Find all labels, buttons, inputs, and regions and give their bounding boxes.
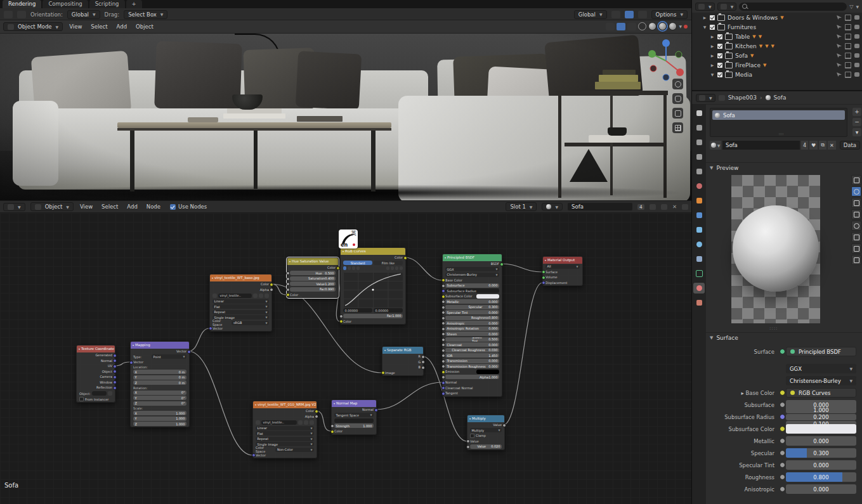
node-row-out-r[interactable]: R xyxy=(382,354,423,359)
value-field[interactable]: 0.200 xyxy=(786,414,856,420)
xray-toggle-icon[interactable] xyxy=(627,23,636,30)
node-row-select[interactable]: GGX▼ xyxy=(443,267,502,273)
input-socket[interactable] xyxy=(441,370,445,374)
outliner-item-table[interactable]: ▶Table▼▼ xyxy=(692,32,862,41)
node-row-slider-transmission[interactable]: Transmission0.000 xyxy=(443,358,502,364)
node-row-out-b[interactable]: B xyxy=(382,365,423,370)
node-row-select[interactable]: Linear▼ xyxy=(253,425,317,431)
pin-icon[interactable] xyxy=(682,204,688,210)
output-socket[interactable] xyxy=(336,266,340,270)
node-row-slider-fac[interactable]: Fac1.000 xyxy=(341,313,405,319)
node-row-xy[interactable]: 0.000000.00000 xyxy=(341,308,405,314)
node-header-mapping[interactable]: ▾Mapping xyxy=(131,342,189,349)
input-socket[interactable] xyxy=(441,349,445,352)
node-row-out-reflection[interactable]: Reflection xyxy=(77,385,115,391)
output-socket[interactable] xyxy=(500,262,504,266)
node-row-out-vector[interactable]: Vector xyxy=(131,349,189,354)
workspace-tab-+[interactable]: + xyxy=(126,0,142,8)
material-user-count[interactable]: 4 xyxy=(637,204,644,210)
move-tool-icon[interactable] xyxy=(17,11,26,18)
workspace-tab-compositing[interactable]: Compositing xyxy=(42,0,88,8)
node-rgb-curves[interactable]: ▾RGB CurvesColorStandardFilm like0.00000… xyxy=(340,247,406,325)
node-row-objfield-object-[interactable]: Object: xyxy=(77,391,115,397)
preview-type-world-button[interactable] xyxy=(851,255,861,265)
node-row-imagefield[interactable]: vinyl_textile.. xyxy=(253,419,317,425)
output-socket[interactable] xyxy=(113,365,117,368)
output-socket[interactable] xyxy=(113,359,117,363)
node-math-multiply[interactable]: ▾MultiplyValueMultiply▼ClampValueValue0.… xyxy=(467,415,505,450)
node-image-texture-nrm[interactable]: ▾vinyl_textile_WT_010_NRM.jpg V2ColorAlp… xyxy=(252,401,317,458)
add-slot-button[interactable]: + xyxy=(852,108,861,116)
node-header-math-multiply[interactable]: ▾Multiply xyxy=(467,415,504,422)
input-socket[interactable] xyxy=(441,392,445,396)
node-texture-coordinate[interactable]: ▾Texture CoordinateGeneratedNormalUVObje… xyxy=(76,345,115,403)
drag-select[interactable]: Select Box▼ xyxy=(124,10,167,19)
node-row-in-vector[interactable]: Vector xyxy=(253,453,317,458)
node-row-slider-roughness[interactable]: Roughness0.800 xyxy=(443,315,502,321)
viewport-menu-object[interactable]: Object xyxy=(134,23,155,30)
properties-tab-output[interactable] xyxy=(693,137,705,148)
input-socket[interactable] xyxy=(286,288,290,292)
node-row-num[interactable]: Z1.000 xyxy=(131,422,189,427)
node-row-in-displacement[interactable]: Displacement xyxy=(543,280,582,286)
node-row-ctools[interactable] xyxy=(341,266,405,271)
copy-material-button[interactable]: ⧉ xyxy=(819,141,826,150)
outliner-item-media[interactable]: ▼Media xyxy=(692,70,862,79)
node-header-hue-saturation-value[interactable]: ▾Hue Saturation Value xyxy=(287,258,338,265)
properties-tab-tool[interactable] xyxy=(693,108,705,119)
node-row-field-subsurface-radius[interactable]: Subsurface Radius xyxy=(443,288,502,294)
node-row-slider-ior[interactable]: IOR1.450 xyxy=(443,353,502,359)
node-image-texture-base[interactable]: ▾vinyl_textile_WT_base.jpgColorAlphaviny… xyxy=(209,274,272,332)
properties-context-icon[interactable]: ▼ xyxy=(696,94,715,102)
hide-render-toggle-icon[interactable] xyxy=(854,25,859,29)
disclosure-icon[interactable]: ▶ xyxy=(702,15,707,20)
node-header-rgb-curves[interactable]: ▾RGB Curves xyxy=(341,248,405,255)
workspace-tab-rendering[interactable]: Rendering xyxy=(3,0,41,8)
node-separate-rgb[interactable]: ▾Separate RGBRGBImage xyxy=(382,346,424,376)
output-socket[interactable] xyxy=(270,288,273,292)
node-row-swatch-subsurface-color[interactable]: Subsurface Color xyxy=(443,294,502,299)
output-socket[interactable] xyxy=(374,408,378,412)
input-socket[interactable] xyxy=(330,424,334,428)
input-socket[interactable] xyxy=(441,306,445,309)
shading-material-button[interactable] xyxy=(658,22,667,30)
node-link-button[interactable]: Principled BSDF xyxy=(786,347,856,356)
output-socket[interactable] xyxy=(315,410,318,413)
mode-select[interactable]: Object Mode▼ xyxy=(3,22,63,31)
transform-orientation-select[interactable]: Global▼ xyxy=(574,10,607,19)
input-socket[interactable] xyxy=(441,332,445,336)
breadcrumb-object[interactable]: Shape003 xyxy=(728,94,757,101)
preview-type-sphere-button[interactable] xyxy=(851,186,861,197)
node-mapping[interactable]: ▾MappingVectorType:Point▼VectorLocation:… xyxy=(130,341,190,427)
node-row-out-value[interactable]: Value xyxy=(467,422,504,428)
node-principled-bsdf[interactable]: ▾Principled BSDFBSDFGGX▼Christensen-Burl… xyxy=(442,254,502,397)
node-row-slider-specular[interactable]: Specular0.300 xyxy=(443,304,502,310)
node-row-slider-alpha[interactable]: Alpha1.000 xyxy=(443,375,502,380)
input-socket[interactable] xyxy=(441,338,445,342)
input-socket[interactable] xyxy=(381,371,385,375)
input-socket[interactable] xyxy=(466,439,470,443)
node-row-in-vector[interactable]: Vector xyxy=(131,359,189,365)
fake-user-icon[interactable] xyxy=(650,204,656,210)
editor-type-select[interactable]: ▼ xyxy=(3,203,25,211)
dropdown-select[interactable]: Christensen-Burley▼ xyxy=(786,376,856,385)
node-row-select[interactable]: Linear▼ xyxy=(210,299,271,304)
input-socket[interactable] xyxy=(339,314,343,318)
input-socket[interactable] xyxy=(542,270,545,274)
input-socket[interactable] xyxy=(441,386,445,390)
slot-list-grip[interactable]: :::: xyxy=(779,131,784,136)
hide-viewport-toggle-icon[interactable] xyxy=(845,24,851,30)
outliner-checkbox[interactable] xyxy=(710,25,715,30)
input-socket[interactable] xyxy=(441,321,445,325)
panel-grip[interactable]: :::: xyxy=(769,326,778,331)
preview-type-fluid-button[interactable] xyxy=(851,243,861,254)
node-row-out-color[interactable]: Color xyxy=(253,408,317,414)
disclosure-icon[interactable]: ▼ xyxy=(702,25,707,29)
input-socket[interactable] xyxy=(441,316,445,320)
node-row-slider-transmission-roughness[interactable]: Transmission Roughness0.000 xyxy=(443,364,502,370)
node-row-in-surface[interactable]: Surface xyxy=(543,269,582,275)
node-row-slider-value[interactable]: Value1.200 xyxy=(287,281,338,287)
node-header-image-texture-nrm[interactable]: ▾vinyl_textile_WT_010_NRM.jpg V2 xyxy=(253,401,317,408)
preview-type-flat-button[interactable] xyxy=(851,175,861,185)
preview-type-shaderball-button[interactable] xyxy=(851,221,861,231)
